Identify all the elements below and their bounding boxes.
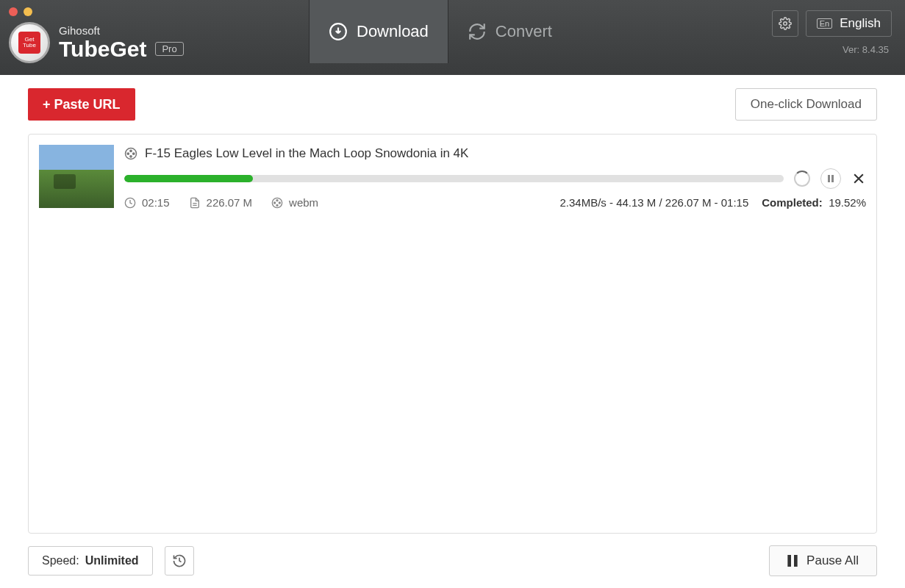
completed-label: Completed: [762,196,823,209]
convert-icon [468,22,487,41]
svg-point-11 [276,199,278,201]
format-icon [271,197,283,209]
speed-value: Unlimited [85,554,139,567]
history-button[interactable] [165,546,194,576]
size-meta: 226.07 M [189,196,253,209]
clock-icon [124,197,136,209]
tab-convert[interactable]: Convert [448,0,571,63]
svg-rect-8 [831,175,834,182]
svg-rect-15 [787,555,791,567]
speed-label: Speed: [42,554,79,567]
history-icon [172,553,187,568]
svg-point-12 [279,202,280,204]
brand-tier-badge: Pro [155,42,183,56]
download-stats: 2.34MB/s - 44.13 M / 226.07 M - 01:15 [559,196,748,209]
footer-bar: Speed: Unlimited Pause All [0,534,905,588]
main-tabs: Download Convert [309,0,571,75]
tab-download-label: Download [357,22,429,41]
brand-company: Gihosoft [59,24,184,37]
film-reel-icon [124,147,137,160]
download-item: F-15 Eagles Low Level in the Mach Loop S… [39,145,866,212]
svg-point-6 [127,153,129,154]
progress-bar [124,175,784,182]
tab-download[interactable]: Download [309,0,448,63]
speed-limit-button[interactable]: Speed: Unlimited [28,546,153,576]
svg-point-5 [130,156,132,157]
version-label: Ver: 8.4.35 [843,44,889,55]
language-button[interactable]: En English [806,10,892,37]
content-area: + Paste URL One-click Download F-15 Eagl… [0,75,905,534]
svg-point-14 [274,202,276,204]
app-logo-icon: GetTube [9,22,50,63]
brand-block: GetTube Gihosoft TubeGet Pro [9,22,184,63]
pause-all-icon [787,555,798,567]
duration-value: 02:15 [142,196,170,209]
file-icon [189,197,201,209]
brand-app-name: TubeGet [59,37,146,62]
video-thumbnail [39,145,114,208]
format-meta: webm [271,196,318,209]
paste-url-button[interactable]: + Paste URL [28,88,135,121]
toolbar: + Paste URL One-click Download [28,88,877,121]
svg-point-13 [276,204,278,206]
pause-item-button[interactable] [820,168,841,189]
video-title: F-15 Eagles Low Level in the Mach Loop S… [145,146,468,161]
svg-rect-16 [794,555,798,567]
window-controls [0,0,41,24]
download-icon [329,22,348,41]
remove-item-button[interactable] [851,171,866,186]
duration-meta: 02:15 [124,196,170,209]
format-value: webm [289,196,318,209]
svg-rect-7 [828,175,830,182]
gear-icon [779,17,792,30]
pause-all-button[interactable]: Pause All [769,545,877,576]
svg-point-1 [784,22,787,26]
svg-point-4 [133,153,135,154]
loading-spinner-icon [794,171,810,187]
svg-point-3 [130,150,132,151]
close-window-icon[interactable] [9,7,18,16]
pause-all-label: Pause All [806,553,859,568]
pause-icon [827,175,834,182]
one-click-download-button[interactable]: One-click Download [735,88,877,121]
language-code-icon: En [817,18,832,29]
language-label: English [840,16,881,31]
app-header: GetTube Gihosoft TubeGet Pro Download Co… [0,0,905,75]
settings-button[interactable] [772,10,798,37]
completed-value: 19.52% [829,196,866,209]
progress-bar-fill [124,175,253,182]
download-list: F-15 Eagles Low Level in the Mach Loop S… [28,134,877,534]
size-value: 226.07 M [207,196,253,209]
minimize-window-icon[interactable] [24,7,32,16]
tab-convert-label: Convert [496,22,552,41]
